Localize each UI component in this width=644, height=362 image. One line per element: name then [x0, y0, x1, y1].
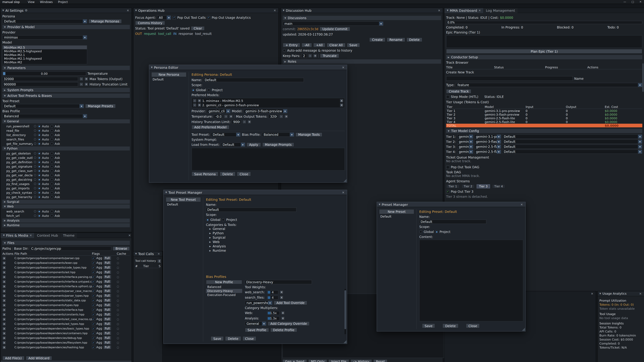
persona-select[interactable]: Default ▼ [2, 19, 87, 23]
full-button[interactable]: Full [103, 303, 111, 307]
tool-preset-name-input[interactable] [206, 207, 296, 212]
composer-button[interactable]: Inject File [328, 359, 349, 362]
maximize-icon[interactable]: □ [632, 0, 634, 3]
remove-file-button[interactable]: x [2, 313, 6, 317]
tab-context-hub[interactable]: Context Hub [35, 233, 60, 238]
stream-tab[interactable]: Tier 4 [492, 184, 505, 188]
tool-preset-select[interactable]: Default ▼ [2, 104, 84, 108]
tab-log-management[interactable]: Log Management [484, 8, 518, 13]
ask-radio[interactable] [50, 214, 53, 217]
full-button[interactable]: Full [103, 308, 111, 312]
auto-radio[interactable] [38, 156, 40, 159]
step-mode-checkbox[interactable] [446, 95, 450, 98]
composer-button[interactable]: MD Only [308, 359, 327, 362]
menu-view[interactable]: View [25, 0, 37, 3]
ask-radio[interactable] [50, 182, 53, 185]
auto-radio[interactable] [38, 142, 40, 145]
close-icon[interactable]: × [341, 191, 345, 194]
scope-project-radio[interactable] [208, 88, 210, 91]
ask-radio[interactable] [50, 129, 53, 132]
comms-history-button[interactable]: Comms History [135, 21, 165, 25]
decrement-button[interactable]: - [280, 115, 283, 118]
agg-checkbox[interactable]: ✓ [92, 271, 95, 274]
keep-pairs-input[interactable] [302, 54, 307, 58]
tool-row[interactable]: ▼ Web Auto Ask [2, 204, 130, 209]
increment-button[interactable]: + [84, 77, 88, 81]
composer-button[interactable]: Reset [373, 359, 388, 362]
full-button[interactable]: Full [103, 294, 111, 298]
tier-model-select[interactable]: gemini-2.5-flash-lite ▼ [474, 144, 501, 149]
clear-button[interactable]: Clear [157, 259, 161, 263]
category-row[interactable]: ▶ Python [206, 231, 345, 235]
close-icon[interactable]: × [638, 292, 642, 295]
agg-checkbox[interactable]: ✓ [92, 332, 95, 335]
remove-file-button[interactable]: x [2, 266, 6, 270]
agg-checkbox[interactable]: ✓ [92, 256, 95, 260]
add-tool-override-button[interactable]: Add Tool Override [274, 301, 307, 305]
remove-file-button[interactable]: x [2, 327, 6, 331]
auto-radio[interactable] [38, 182, 40, 185]
tool-row[interactable]: get_file_summary Auto Ask [2, 141, 130, 146]
scope-global-radio[interactable] [192, 88, 194, 91]
move-up-button[interactable]: - [193, 103, 196, 107]
discussions-header[interactable]: ▼ Discussions [283, 16, 441, 20]
scrollbar[interactable] [344, 289, 346, 334]
agg-checkbox[interactable]: ✓ [92, 303, 95, 307]
delete-button[interactable]: Delete [220, 172, 236, 176]
category-row[interactable]: ▶ Runtime [206, 248, 345, 253]
remove-file-button[interactable]: x [2, 299, 6, 302]
decrement-button[interactable]: - [242, 120, 246, 124]
history-limit-input[interactable] [2, 82, 78, 86]
tool-row[interactable]: py_get_skeleton Auto Ask [2, 151, 130, 156]
ask-radio[interactable] [50, 195, 53, 198]
delete-button[interactable]: Delete [442, 324, 458, 328]
gear-icon[interactable]: ⚙ [25, 9, 28, 12]
cache-indicator-icon[interactable]: ○ [117, 271, 119, 274]
list-item[interactable]: Discovery-Heavy [206, 289, 242, 293]
remove-file-button[interactable]: x [2, 318, 6, 321]
bias-profile-select[interactable]: Balanced ▼ [262, 132, 294, 137]
preset-manager-titlebar[interactable]: ▼ Preset Manager × [377, 202, 525, 207]
minimize-icon[interactable]: — [623, 0, 626, 3]
close-icon[interactable]: × [437, 9, 441, 12]
remove-override-button[interactable]: x [280, 290, 284, 294]
full-button[interactable]: Full [103, 317, 111, 321]
cache-indicator-icon[interactable]: ○ [117, 327, 119, 330]
ask-radio[interactable] [50, 161, 53, 164]
full-button[interactable]: Full [103, 289, 111, 293]
resize-grip[interactable] [522, 328, 525, 331]
paths-label[interactable]: Paths [2, 247, 11, 250]
tool-calls-titlebar[interactable]: ▼ Tool Calls × [134, 251, 162, 256]
full-button[interactable]: Full [103, 345, 111, 349]
move-down-button[interactable]: + [198, 99, 201, 103]
new-persona-button[interactable]: New Persona [151, 72, 186, 77]
add-files-button[interactable]: Add File(s) [2, 356, 24, 360]
cache-indicator-icon[interactable]: ○ [117, 257, 119, 260]
cache-indicator-icon[interactable]: ○ [117, 280, 119, 283]
agg-checkbox[interactable]: ✓ [92, 322, 95, 326]
close-icon[interactable]: × [30, 234, 32, 237]
add-category-select[interactable]: General ▼ [245, 322, 266, 326]
load-preset-select[interactable]: Default ▼ [221, 142, 245, 147]
agg-checkbox[interactable]: ✓ [92, 327, 95, 330]
discussion-manage-button[interactable]: Create [369, 37, 385, 42]
add-wildcard-button[interactable]: Add Wildcard [26, 356, 52, 360]
menu-windows[interactable]: Windows [37, 0, 55, 3]
cache-indicator-icon[interactable]: ○ [117, 341, 119, 344]
auto-radio[interactable] [38, 161, 40, 164]
manage-tools-button[interactable]: Manage Tools [296, 132, 322, 137]
remove-file-button[interactable]: x [2, 336, 6, 340]
cache-indicator-icon[interactable]: ○ [117, 266, 119, 269]
composer-button[interactable]: -> History [350, 359, 372, 362]
multiplier-drag-input[interactable]: 1.5x [267, 311, 280, 315]
usage-analytics-titlebar[interactable]: ▼ Usage Analytics × [598, 291, 644, 296]
decrement-button[interactable]: - [80, 82, 83, 86]
agg-checkbox[interactable]: ✓ [92, 275, 95, 279]
resize-grip[interactable] [344, 179, 346, 182]
temperature-input[interactable] [214, 114, 223, 119]
list-item[interactable]: Default [151, 77, 186, 81]
full-button[interactable]: Full [103, 270, 111, 274]
provider-select[interactable]: minimax ▼ [2, 35, 87, 39]
agg-checkbox[interactable]: ✓ [92, 318, 95, 321]
bias-profile-select[interactable]: Balanced ▼ [2, 114, 87, 118]
